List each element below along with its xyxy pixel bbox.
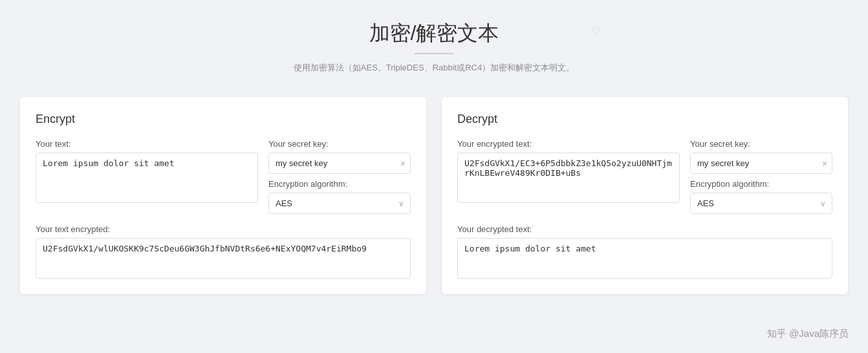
encrypt-key-label: Your secret key:: [268, 139, 411, 149]
page-subtitle: 使用加密算法（如AES、TripleDES、Rabbit或RC4）加密和解密文本…: [294, 62, 574, 74]
encrypt-top-row: Your text: Your secret key: × Encryption…: [36, 139, 411, 214]
encrypt-text-group: Your text:: [36, 139, 258, 203]
decrypt-title: Decrypt: [457, 112, 832, 126]
encrypt-algo-select[interactable]: AES TripleDES Rabbit RC4: [268, 193, 411, 214]
encrypt-title: Encrypt: [36, 112, 411, 126]
encrypt-key-input[interactable]: [268, 153, 411, 174]
encrypt-result-group: Your text encrypted:: [36, 224, 411, 279]
decrypt-result-label: Your decrypted text:: [457, 224, 832, 234]
watermark: 知乎 @Java陈序员: [767, 328, 849, 340]
encrypt-right-controls: Your secret key: × Encryption algorithm:…: [268, 139, 411, 214]
encrypt-algo-label: Encryption algorithm:: [268, 179, 411, 189]
decrypt-key-input-wrapper: ×: [690, 153, 832, 174]
decrypt-algo-select-wrapper: AES TripleDES Rabbit RC4 ∨: [690, 193, 832, 214]
decrypt-key-label: Your secret key:: [690, 139, 832, 149]
decrypt-result-group: Your decrypted text:: [457, 224, 832, 279]
encrypt-key-input-wrapper: ×: [268, 153, 411, 174]
decrypt-key-clear-button[interactable]: ×: [822, 159, 827, 168]
decrypt-top-row: Your encrypted text: Your secret key: × …: [457, 139, 832, 214]
cards-container: Encrypt Your text: Your secret key: × En…: [20, 97, 848, 294]
decrypt-card: Decrypt Your encrypted text: Your secret…: [442, 97, 848, 294]
encrypt-key-group: Your secret key: ×: [268, 139, 411, 174]
encrypt-result-textarea[interactable]: [36, 238, 411, 279]
page-header: 加密/解密文本 使用加密算法（如AES、TripleDES、Rabbit或RC4…: [294, 19, 574, 78]
encrypt-result-label: Your text encrypted:: [36, 224, 411, 234]
decrypt-right-controls: Your secret key: × Encryption algorithm:…: [690, 139, 832, 214]
decrypt-algo-select[interactable]: AES TripleDES Rabbit RC4: [690, 193, 832, 214]
encrypt-card: Encrypt Your text: Your secret key: × En…: [20, 97, 426, 294]
decrypt-text-input[interactable]: [457, 153, 680, 203]
heart-icon[interactable]: ♡: [591, 25, 600, 37]
decrypt-text-label: Your encrypted text:: [457, 139, 680, 149]
decrypt-algo-label: Encryption algorithm:: [690, 179, 832, 189]
encrypt-algo-select-wrapper: AES TripleDES Rabbit RC4 ∨: [268, 193, 411, 214]
decrypt-text-group: Your encrypted text:: [457, 139, 680, 203]
title-underline: [415, 53, 453, 54]
decrypt-key-input[interactable]: [690, 153, 832, 174]
encrypt-algo-group: Encryption algorithm: AES TripleDES Rabb…: [268, 179, 411, 214]
decrypt-key-group: Your secret key: ×: [690, 139, 832, 174]
decrypt-algo-group: Encryption algorithm: AES TripleDES Rabb…: [690, 179, 832, 214]
decrypt-result-textarea[interactable]: [457, 238, 832, 279]
encrypt-key-clear-button[interactable]: ×: [400, 159, 406, 168]
page-title: 加密/解密文本: [294, 19, 574, 48]
encrypt-text-input[interactable]: [36, 153, 258, 203]
encrypt-text-label: Your text:: [36, 139, 258, 149]
